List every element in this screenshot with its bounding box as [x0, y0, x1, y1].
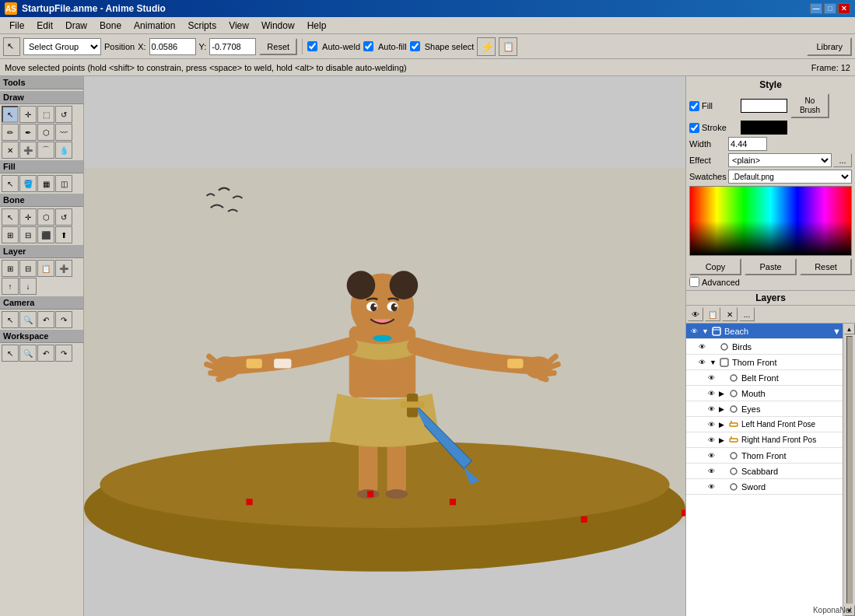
stroke-checkbox[interactable] — [689, 123, 699, 133]
tool-layer-1[interactable]: ⊞ — [2, 260, 19, 277]
tool-curve[interactable]: ⌒ — [37, 142, 54, 159]
layers-tool-add[interactable]: ... — [739, 307, 755, 321]
paste-style-button[interactable]: Paste — [745, 258, 797, 275]
layer-vis-thorn[interactable]: 👁 — [696, 356, 708, 369]
tool-select[interactable]: ↖ — [2, 106, 19, 123]
layer-item-right-hand[interactable]: 👁 ▶ Right Hand Front Pos — [686, 432, 843, 448]
layer-item-birds[interactable]: 👁 Birds — [686, 339, 843, 355]
reset-button[interactable]: Reset — [259, 38, 297, 55]
tool-freehand[interactable]: 〰 — [55, 124, 72, 141]
tool-bone-ik[interactable]: ↺ — [55, 208, 72, 226]
maximize-button[interactable]: □ — [824, 3, 836, 14]
layers-scroll-track[interactable] — [846, 336, 853, 604]
select-group-dropdown[interactable]: Select Group — [23, 38, 101, 55]
layer-item-belt-front[interactable]: 👁 Belt Front — [686, 370, 843, 386]
swatches-select[interactable]: .Default.png — [728, 170, 852, 184]
layer-dropdown-beach[interactable]: ▼ — [832, 327, 841, 336]
layer-vis-beach[interactable]: 👁 — [688, 325, 700, 338]
layer-vis-belt[interactable]: 👁 — [705, 372, 717, 384]
width-input[interactable] — [728, 137, 767, 151]
layer-vis-scabbard[interactable]: 👁 — [705, 465, 717, 478]
expand-mouth[interactable]: ▶ — [719, 390, 727, 397]
tool-bone-3[interactable]: ⬆ — [55, 226, 72, 243]
tool-bone-add[interactable]: ✛ — [19, 208, 37, 226]
layer-item-scabbard[interactable]: 👁 Scabbard — [686, 464, 843, 479]
tool-workspace-zoom[interactable]: 🔍 — [19, 345, 37, 362]
layer-item-beach[interactable]: 👁 ▼ Beach ▼ — [686, 324, 843, 339]
layer-vis-mouth[interactable]: 👁 — [705, 387, 717, 400]
layer-item-thorn-front2[interactable]: 👁 Thorn Front — [686, 448, 843, 464]
tool-camera-1[interactable]: ↖ — [2, 311, 19, 328]
tool-gradient[interactable]: ◫ — [55, 175, 72, 192]
layers-tool-delete[interactable]: ✕ — [722, 307, 738, 321]
fill-checkbox[interactable] — [689, 101, 699, 111]
icon-button-1[interactable]: ⚡ — [477, 37, 496, 56]
minimize-button[interactable]: — — [810, 3, 822, 14]
menu-window[interactable]: Window — [255, 19, 301, 33]
layer-vis-birds[interactable]: 👁 — [696, 341, 708, 353]
stroke-color-swatch[interactable] — [741, 121, 787, 135]
tool-workspace-redo[interactable]: ↷ — [55, 345, 72, 362]
layer-vis-sword[interactable]: 👁 — [705, 481, 717, 493]
tool-bone-edit[interactable]: ⬡ — [37, 208, 54, 226]
layer-item-mouth[interactable]: 👁 ▶ Mouth — [686, 386, 843, 401]
reset-style-button[interactable]: Reset — [800, 258, 852, 275]
layer-item-left-hand[interactable]: 👁 ▶ Left Hand Front Pose — [686, 417, 843, 432]
tool-bone-2[interactable]: ⬛ — [37, 226, 54, 243]
layers-scroll-up[interactable]: ▲ — [844, 324, 855, 334]
tool-shape[interactable]: ⬡ — [37, 124, 54, 141]
menu-help[interactable]: Help — [301, 19, 333, 33]
advanced-checkbox[interactable] — [689, 277, 699, 287]
layer-vis-thorn2[interactable]: 👁 — [705, 450, 717, 462]
copy-style-button[interactable]: Copy — [689, 258, 741, 275]
tool-bone-bind[interactable]: ⊞ — [2, 226, 19, 243]
expand-eyes[interactable]: ▶ — [719, 405, 727, 413]
effect-select[interactable]: <plain> — [728, 153, 832, 167]
menu-animation[interactable]: Animation — [128, 19, 181, 33]
shapeselect-checkbox[interactable] — [410, 41, 420, 51]
layer-vis-right-hand[interactable]: 👁 — [705, 434, 717, 446]
menu-draw[interactable]: Draw — [59, 19, 93, 33]
expand-beach[interactable]: ▼ — [702, 327, 710, 335]
layer-item-thorn-front[interactable]: 👁 ▼ Thorn Front — [686, 355, 843, 370]
menu-scripts[interactable]: Scripts — [181, 19, 223, 33]
tool-layer-3[interactable]: 📋 — [37, 260, 54, 277]
canvas-area[interactable] — [84, 76, 685, 616]
layers-scrollbar[interactable]: ▲ ▼ — [843, 324, 855, 616]
layer-vis-left-hand[interactable]: 👁 — [705, 418, 717, 431]
menu-bone[interactable]: Bone — [93, 19, 128, 33]
tool-paint[interactable]: ▦ — [37, 175, 54, 192]
color-gradient[interactable] — [689, 186, 852, 256]
expand-right-hand[interactable]: ▶ — [719, 436, 727, 444]
menu-view[interactable]: View — [223, 19, 255, 33]
close-button[interactable]: ✕ — [838, 3, 850, 14]
tool-layer-up[interactable]: ↑ — [2, 278, 19, 295]
tool-bucket[interactable]: 🪣 — [19, 175, 37, 192]
arrow-tool-button[interactable]: ↖ — [3, 37, 20, 56]
x-input[interactable] — [149, 38, 196, 55]
layer-item-sword[interactable]: 👁 Sword — [686, 479, 843, 495]
tool-layer-2[interactable]: ⊟ — [19, 260, 37, 277]
tool-transform[interactable]: ✛ — [19, 106, 37, 123]
autoweld-checkbox[interactable] — [307, 41, 317, 51]
tool-eyedrop[interactable]: 💧 — [55, 142, 72, 159]
tool-bone-select[interactable]: ↖ — [2, 208, 19, 226]
tool-camera-redo[interactable]: ↷ — [55, 311, 72, 328]
layers-tool-1[interactable]: 👁 — [688, 307, 703, 321]
tool-bezier[interactable]: ✒ — [19, 124, 37, 141]
autofill-checkbox[interactable] — [363, 41, 373, 51]
tool-workspace-1[interactable]: ↖ — [2, 345, 19, 362]
expand-left-hand[interactable]: ▶ — [719, 421, 727, 429]
tool-select-box[interactable]: ⬚ — [37, 106, 54, 123]
effect-more-button[interactable]: ... — [833, 153, 852, 167]
tool-add-pt[interactable]: ➕ — [19, 142, 37, 159]
icon-button-2[interactable]: 📋 — [499, 37, 517, 56]
layer-vis-eyes[interactable]: 👁 — [705, 403, 717, 415]
y-input[interactable] — [209, 38, 256, 55]
tool-rotate[interactable]: ↺ — [55, 106, 72, 123]
tool-camera-undo[interactable]: ↶ — [37, 311, 54, 328]
tool-workspace-undo[interactable]: ↶ — [37, 345, 54, 362]
tool-layer-4[interactable]: ➕ — [55, 260, 72, 277]
tool-layer-down[interactable]: ↓ — [19, 278, 37, 295]
no-brush-button[interactable]: NoBrush — [790, 93, 829, 118]
